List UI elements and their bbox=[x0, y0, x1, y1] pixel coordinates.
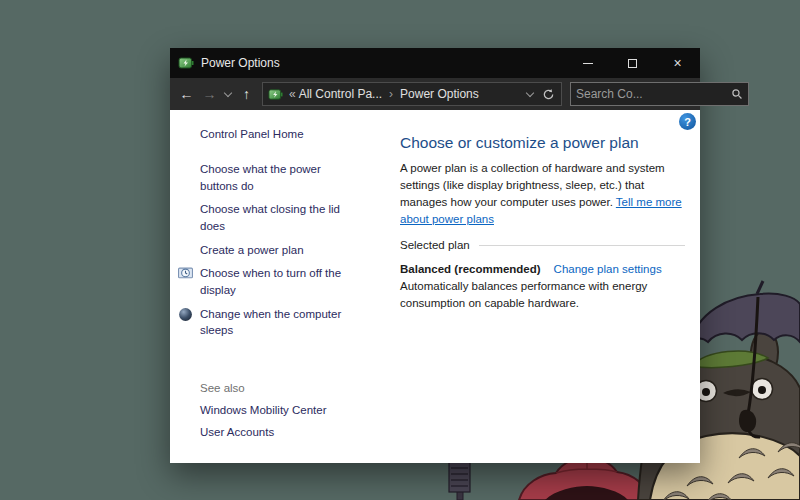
sidebar-item-closing-lid[interactable]: Choose what closing the lid does bbox=[200, 201, 356, 234]
sidebar-item-computer-sleeps[interactable]: Change when the computer sleeps bbox=[200, 306, 356, 339]
breadcrumb-current[interactable]: Power Options bbox=[400, 87, 479, 101]
titlebar: Power Options × bbox=[170, 48, 700, 78]
sidebar-item-windows-mobility-center[interactable]: Windows Mobility Center bbox=[200, 404, 390, 416]
clock-display-icon bbox=[178, 266, 193, 281]
chevron-down-icon bbox=[526, 88, 534, 96]
address-power-icon bbox=[268, 87, 283, 102]
power-options-window: Power Options × ← → ↑ « All Control Pa..… bbox=[170, 48, 700, 463]
red-umbrella bbox=[519, 457, 651, 500]
breadcrumb-parent[interactable]: All Control Pa... bbox=[299, 87, 382, 101]
search-icon[interactable] bbox=[731, 88, 743, 100]
minimize-button[interactable] bbox=[565, 48, 610, 78]
navigation-toolbar: ← → ↑ « All Control Pa... › Power Option… bbox=[170, 78, 700, 110]
selected-plan-label: Selected plan bbox=[400, 239, 470, 251]
forward-button[interactable]: → bbox=[198, 82, 221, 106]
breadcrumb-overflow-chevrons[interactable]: « bbox=[289, 87, 296, 101]
task-label: Choose what closing the lid does bbox=[200, 203, 340, 232]
sidebar-item-user-accounts[interactable]: User Accounts bbox=[200, 426, 390, 438]
address-bar[interactable]: « All Control Pa... › Power Options bbox=[262, 82, 562, 106]
intro-paragraph: A power plan is a collection of hardware… bbox=[400, 160, 685, 228]
maximize-icon bbox=[628, 59, 637, 68]
question-mark-icon: ? bbox=[684, 116, 691, 128]
back-button[interactable]: ← bbox=[175, 82, 198, 106]
close-icon: × bbox=[673, 56, 681, 70]
refresh-icon bbox=[542, 88, 555, 101]
sidebar-item-power-buttons[interactable]: Choose what the power buttons do bbox=[200, 161, 356, 194]
sidebar-item-create-power-plan[interactable]: Create a power plan bbox=[200, 242, 356, 259]
maximize-button[interactable] bbox=[610, 48, 655, 78]
plan-row: Balanced (recommended) Change plan setti… bbox=[400, 263, 685, 275]
plan-name: Balanced (recommended) bbox=[400, 263, 541, 275]
task-label: Change when the computer sleeps bbox=[200, 308, 341, 337]
change-plan-settings-link[interactable]: Change plan settings bbox=[554, 263, 662, 275]
sidebar-item-turn-off-display[interactable]: Choose when to turn off the display bbox=[200, 265, 356, 298]
power-options-app-icon bbox=[178, 55, 194, 71]
page-title: Choose or customize a power plan bbox=[400, 134, 685, 152]
refresh-button[interactable] bbox=[539, 83, 557, 105]
task-label: Create a power plan bbox=[200, 244, 304, 256]
sidebar-item-control-panel-home[interactable]: Control Panel Home bbox=[200, 128, 390, 140]
sleep-sphere-icon bbox=[178, 307, 193, 322]
breadcrumb-separator-icon: › bbox=[389, 87, 393, 101]
window-content: Control Panel Home Choose what the power… bbox=[170, 110, 700, 463]
up-button[interactable]: ↑ bbox=[235, 82, 258, 106]
search-input[interactable] bbox=[576, 87, 731, 101]
history-dropdown-button[interactable] bbox=[221, 82, 235, 106]
see-also-section: See also Windows Mobility Center User Ac… bbox=[200, 382, 390, 438]
window-title: Power Options bbox=[201, 56, 280, 70]
chevron-down-icon bbox=[224, 88, 232, 96]
help-button[interactable]: ? bbox=[679, 113, 696, 130]
selected-plan-group: Selected plan bbox=[400, 239, 685, 251]
close-button[interactable]: × bbox=[655, 48, 700, 78]
search-box[interactable] bbox=[570, 82, 749, 106]
task-label: Choose what the power buttons do bbox=[200, 163, 321, 192]
see-also-heading: See also bbox=[200, 382, 390, 394]
minimize-icon bbox=[583, 63, 593, 64]
main-pane: ? Choose or customize a power plan A pow… bbox=[400, 110, 700, 463]
task-label: Choose when to turn off the display bbox=[200, 267, 341, 296]
plan-description: Automatically balances performance with … bbox=[400, 278, 685, 313]
sidebar: Control Panel Home Choose what the power… bbox=[170, 110, 400, 463]
address-dropdown-button[interactable] bbox=[521, 83, 539, 105]
group-divider bbox=[479, 245, 685, 246]
